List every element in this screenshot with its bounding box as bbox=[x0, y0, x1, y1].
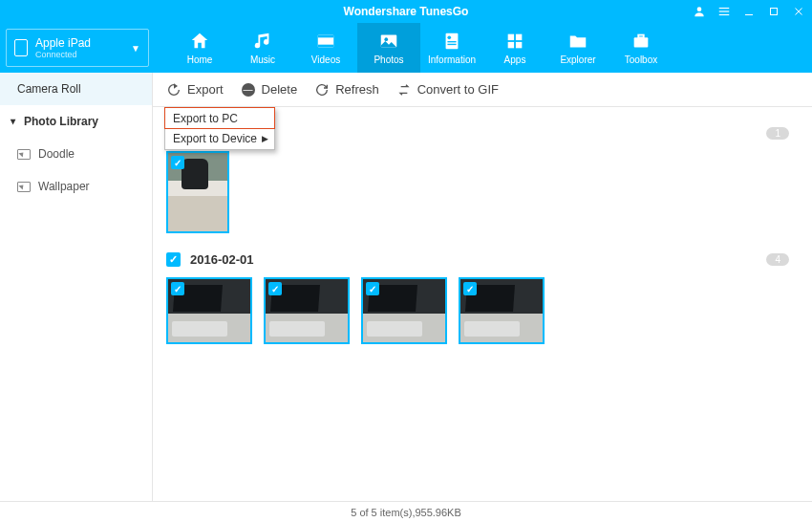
svg-rect-4 bbox=[745, 14, 753, 15]
checkbox-icon[interactable]: ✓ bbox=[463, 282, 477, 295]
group-header: ✓ 2016-02-01 4 bbox=[166, 247, 799, 272]
sidebar-item-camera-roll[interactable]: Camera Roll bbox=[0, 73, 152, 105]
svg-rect-21 bbox=[634, 37, 649, 47]
svg-point-0 bbox=[697, 7, 702, 11]
close-icon[interactable] bbox=[791, 4, 806, 19]
checkbox-icon[interactable]: ✓ bbox=[166, 252, 181, 267]
nav-apps[interactable]: Apps bbox=[483, 23, 546, 73]
delete-button[interactable]: — Delete bbox=[241, 82, 298, 98]
sidebar-item-label: Photo Library bbox=[24, 115, 98, 128]
sidebar-item-doodle[interactable]: Doodle bbox=[0, 138, 152, 170]
sidebar-item-label: Camera Roll bbox=[17, 82, 81, 96]
photos-icon bbox=[377, 31, 400, 52]
caret-right-icon: ▸ bbox=[9, 120, 19, 124]
apps-icon bbox=[503, 31, 526, 52]
export-dropdown: Export to PC Export to Device ▶ bbox=[164, 107, 275, 150]
caret-down-icon: ▼ bbox=[131, 43, 140, 54]
export-icon bbox=[166, 82, 182, 98]
device-name: Apple iPad bbox=[35, 36, 91, 50]
svg-rect-9 bbox=[318, 35, 334, 38]
svg-rect-22 bbox=[638, 35, 644, 38]
delete-icon: — bbox=[241, 82, 256, 98]
photo-thumbnail[interactable]: ✓ bbox=[264, 277, 350, 344]
window-controls bbox=[692, 0, 806, 23]
status-text: 5 of 5 item(s),955.96KB bbox=[351, 507, 461, 518]
device-status: Connected bbox=[35, 50, 91, 59]
main-nav: Home Music Videos Photos Information App… bbox=[168, 23, 673, 73]
sidebar-item-wallpaper[interactable]: Wallpaper bbox=[0, 170, 152, 203]
photo-thumbnail[interactable]: ✓ bbox=[361, 277, 447, 344]
information-icon bbox=[440, 31, 463, 52]
main: Export — Delete Refresh Convert to GIF E… bbox=[153, 73, 812, 501]
svg-rect-2 bbox=[719, 11, 730, 11]
thumb-row: ✓ bbox=[166, 151, 799, 233]
minimize-icon[interactable] bbox=[741, 4, 757, 19]
svg-rect-3 bbox=[719, 14, 730, 15]
svg-rect-1 bbox=[719, 8, 730, 9]
picture-icon bbox=[17, 149, 31, 160]
toolbar: Export — Delete Refresh Convert to GIF bbox=[153, 73, 812, 107]
export-to-pc[interactable]: Export to PC bbox=[164, 107, 275, 129]
toolbox-icon bbox=[630, 31, 652, 52]
export-button[interactable]: Export bbox=[166, 82, 224, 98]
group-count-badge: 4 bbox=[766, 253, 789, 266]
maximize-icon[interactable] bbox=[766, 4, 781, 19]
svg-point-12 bbox=[384, 37, 388, 41]
svg-rect-5 bbox=[771, 9, 778, 15]
sidebar: Camera Roll ▸ Photo Library Doodle Wallp… bbox=[0, 73, 153, 501]
convert-icon bbox=[396, 82, 412, 98]
refresh-button[interactable]: Refresh bbox=[314, 82, 379, 98]
svg-rect-20 bbox=[516, 42, 522, 48]
svg-rect-19 bbox=[508, 42, 514, 48]
checkbox-icon[interactable]: ✓ bbox=[268, 282, 282, 295]
device-selector[interactable]: Apple iPad Connected ▼ bbox=[6, 29, 149, 67]
export-to-device[interactable]: Export to Device ▶ bbox=[165, 128, 274, 149]
sidebar-item-label: Doodle bbox=[38, 147, 75, 161]
explorer-icon bbox=[566, 31, 589, 52]
thumb-row: ✓ ✓ ✓ ✓ bbox=[166, 277, 799, 344]
svg-rect-16 bbox=[447, 44, 456, 45]
tablet-icon bbox=[14, 39, 28, 56]
nav-videos[interactable]: Videos bbox=[294, 23, 357, 73]
sidebar-item-label: Wallpaper bbox=[38, 180, 90, 193]
convert-gif-button[interactable]: Convert to GIF bbox=[396, 82, 499, 98]
titlebar: Wondershare TunesGo bbox=[0, 0, 812, 23]
svg-rect-10 bbox=[318, 45, 334, 48]
svg-rect-15 bbox=[447, 41, 456, 42]
sidebar-item-photo-library[interactable]: ▸ Photo Library bbox=[0, 105, 152, 138]
device-text: Apple iPad Connected bbox=[35, 36, 91, 59]
caret-right-icon: ▶ bbox=[262, 134, 268, 143]
nav-explorer[interactable]: Explorer bbox=[546, 23, 609, 73]
header: Apple iPad Connected ▼ Home Music Videos… bbox=[0, 23, 812, 73]
videos-icon bbox=[314, 31, 337, 52]
photo-thumbnail[interactable]: ✓ bbox=[459, 277, 545, 344]
group-count-badge: 1 bbox=[766, 127, 789, 140]
music-icon bbox=[251, 31, 274, 52]
group-title: 2016-02-01 bbox=[190, 252, 254, 267]
checkbox-icon[interactable]: ✓ bbox=[171, 156, 184, 169]
nav-toolbox[interactable]: Toolbox bbox=[609, 23, 673, 73]
picture-icon bbox=[17, 182, 31, 192]
statusbar: 5 of 5 item(s),955.96KB bbox=[0, 501, 812, 522]
nav-information[interactable]: Information bbox=[420, 23, 483, 73]
photo-thumbnail[interactable]: ✓ bbox=[166, 277, 252, 344]
svg-point-14 bbox=[447, 36, 451, 40]
user-icon[interactable] bbox=[692, 4, 707, 19]
photo-grid: 1 ✓ ✓ 2016-02-01 4 ✓ ✓ ✓ bbox=[153, 107, 812, 501]
nav-home[interactable]: Home bbox=[168, 23, 231, 73]
nav-photos[interactable]: Photos bbox=[357, 23, 420, 73]
app-title: Wondershare TunesGo bbox=[344, 5, 469, 18]
svg-rect-17 bbox=[508, 34, 514, 40]
checkbox-icon[interactable]: ✓ bbox=[366, 282, 379, 295]
menu-icon[interactable] bbox=[716, 4, 732, 19]
svg-rect-18 bbox=[516, 34, 522, 40]
checkbox-icon[interactable]: ✓ bbox=[171, 282, 184, 295]
photo-thumbnail[interactable]: ✓ bbox=[166, 151, 229, 233]
refresh-icon bbox=[314, 82, 330, 98]
nav-music[interactable]: Music bbox=[231, 23, 294, 73]
home-icon bbox=[188, 31, 211, 52]
